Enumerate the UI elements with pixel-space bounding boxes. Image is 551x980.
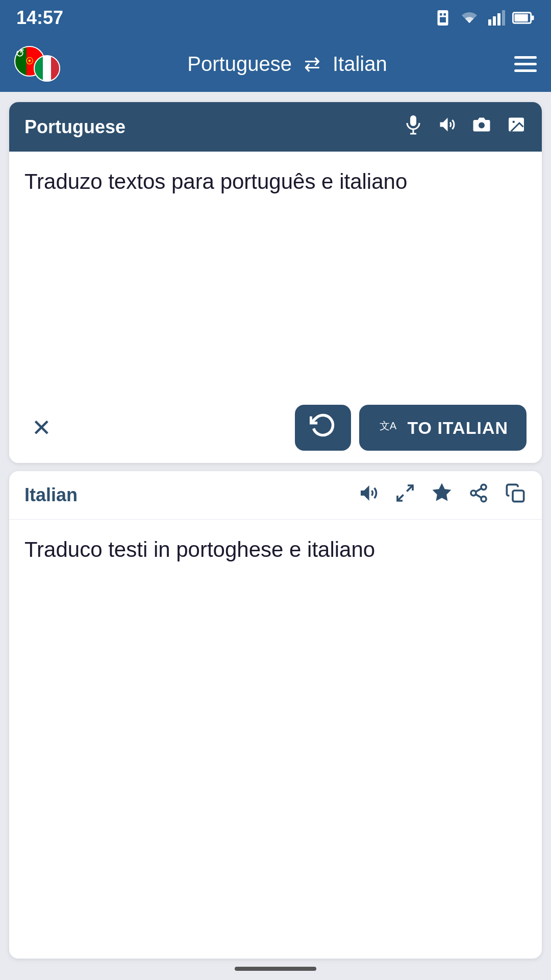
result-volume-icon[interactable] <box>357 483 380 508</box>
source-header-icons <box>404 113 527 140</box>
svg-point-15 <box>479 122 485 129</box>
star-icon[interactable] <box>431 482 453 508</box>
source-card-body[interactable]: Traduzo textos para português e italiano <box>9 152 542 397</box>
main-content: Portuguese <box>0 92 551 969</box>
svg-line-27 <box>475 488 481 492</box>
clear-button[interactable]: ✕ <box>24 411 58 445</box>
svg-point-17 <box>513 121 515 124</box>
result-card-body: Traduco testi in portoghese e italiano <box>9 520 542 959</box>
status-bar: 14:57 <box>0 0 551 36</box>
toolbar-swap-arrows: ↺ <box>15 47 24 60</box>
svg-rect-3 <box>440 17 446 23</box>
svg-marker-14 <box>440 118 448 132</box>
source-lang-header: Portuguese <box>24 116 126 138</box>
result-header-icons <box>357 482 527 508</box>
swap-arrows-icon[interactable]: ⇄ <box>304 53 320 75</box>
svg-rect-4 <box>488 19 491 26</box>
copy-icon[interactable] <box>504 483 527 508</box>
status-icons <box>434 9 535 27</box>
svg-rect-28 <box>513 491 524 502</box>
battery-icon <box>512 9 535 27</box>
translate-button-label: TO ITALIAN <box>407 418 508 438</box>
translate-icon: 文A <box>378 414 400 442</box>
svg-rect-7 <box>502 10 505 26</box>
svg-rect-6 <box>497 13 500 26</box>
svg-rect-11 <box>410 115 416 126</box>
refresh-icon <box>310 412 336 444</box>
svg-marker-19 <box>361 485 369 501</box>
wifi-icon <box>459 9 480 27</box>
mic-icon[interactable] <box>404 113 422 140</box>
bottom-nav-indicator <box>235 967 316 971</box>
volume-icon[interactable] <box>437 115 457 138</box>
flag-it <box>34 55 60 82</box>
result-text: Traduco testi in portoghese e italiano <box>24 537 375 561</box>
expand-icon[interactable] <box>394 483 416 508</box>
menu-button[interactable] <box>514 56 537 72</box>
svg-marker-22 <box>433 484 450 500</box>
result-card: Italian <box>9 471 542 959</box>
action-buttons: 文A TO ITALIAN <box>295 405 527 451</box>
toolbar: ⦿ ↺ Portuguese ⇄ Italian <box>0 36 551 92</box>
source-text: Traduzo textos para português e italiano <box>24 169 407 193</box>
svg-line-26 <box>475 494 481 498</box>
flag-container: ⦿ ↺ <box>14 46 60 82</box>
sim-icon <box>434 9 452 27</box>
translate-button[interactable]: 文A TO ITALIAN <box>359 405 527 451</box>
svg-rect-10 <box>531 16 534 20</box>
source-lang-label: Portuguese <box>187 53 292 76</box>
svg-text:文A: 文A <box>380 420 397 431</box>
svg-point-23 <box>481 484 486 489</box>
svg-point-25 <box>481 496 486 501</box>
svg-rect-9 <box>514 14 528 22</box>
clear-icon: ✕ <box>32 414 52 442</box>
result-lang-header: Italian <box>24 484 78 506</box>
svg-rect-1 <box>440 13 442 16</box>
signal-icon <box>487 9 505 27</box>
source-card-header: Portuguese <box>9 102 542 152</box>
target-lang-label: Italian <box>333 53 387 76</box>
source-card-footer: ✕ 文A TO I <box>9 397 542 463</box>
svg-rect-5 <box>493 16 496 26</box>
result-card-header: Italian <box>9 471 542 520</box>
share-icon[interactable] <box>467 483 490 508</box>
image-icon[interactable] <box>506 115 527 138</box>
camera-icon[interactable] <box>471 115 492 138</box>
source-card: Portuguese <box>9 102 542 463</box>
svg-point-24 <box>471 491 476 496</box>
status-time: 14:57 <box>16 7 63 29</box>
lang-pair: Portuguese ⇄ Italian <box>68 53 506 76</box>
refresh-button[interactable] <box>295 405 351 451</box>
svg-rect-2 <box>444 13 446 16</box>
